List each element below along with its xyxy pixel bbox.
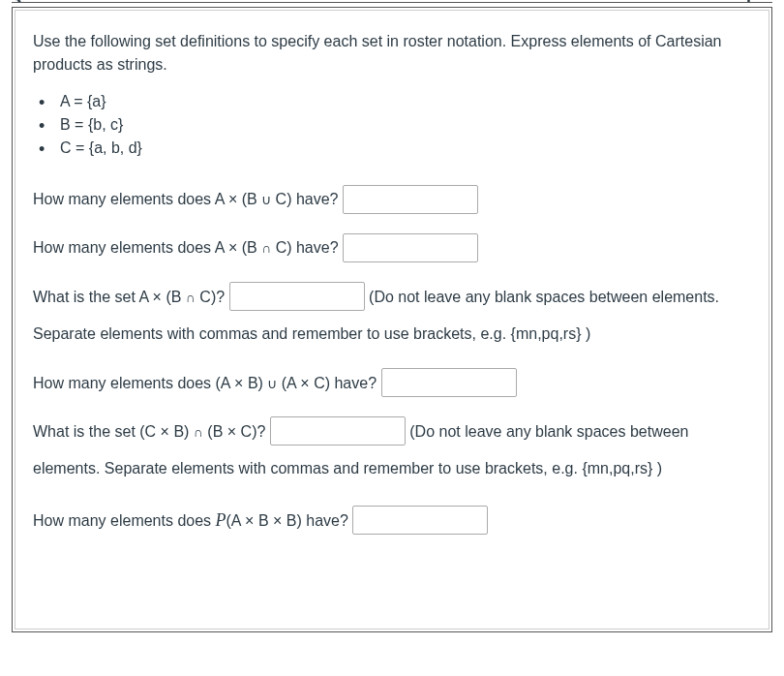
- q6-post: (A × B × B) have?: [226, 512, 348, 529]
- q3-input[interactable]: [229, 282, 365, 311]
- q4-post: (A × C) have?: [277, 375, 377, 391]
- union-symbol: ∪: [261, 192, 271, 207]
- question-3: What is the set A × (B ∩ C)? (Do not lea…: [33, 279, 751, 353]
- q3-pre: What is the set A × (B: [33, 289, 186, 305]
- set-c: C = {a, b, d}: [33, 137, 751, 160]
- question-1: How many elements does A × (B ∪ C) have?: [33, 181, 751, 218]
- q1-post: C) have?: [271, 191, 338, 207]
- union-symbol-2: ∪: [267, 376, 277, 391]
- intersect-symbol-2: ∩: [186, 290, 196, 305]
- q4-pre: How many elements does (A × B): [33, 375, 267, 391]
- set-b: B = {b, c}: [33, 113, 751, 137]
- q5-pre: What is the set (C × B): [33, 423, 194, 440]
- q1-input[interactable]: [343, 185, 478, 214]
- power-set-symbol: P: [216, 510, 226, 530]
- q2-pre: How many elements does A × (B: [33, 239, 261, 256]
- set-definitions: A = {a} B = {b, c} C = {a, b, d}: [33, 90, 751, 160]
- question-outer-box: Use the following set definitions to spe…: [12, 7, 772, 632]
- q3-post: C)?: [196, 289, 225, 305]
- question-6: How many elements does P(A × B × B) have…: [33, 500, 751, 541]
- q6-pre: How many elements does: [33, 512, 216, 529]
- question-4: How many elements does (A × B) ∪ (A × C)…: [33, 365, 751, 402]
- intersect-symbol-3: ∩: [194, 424, 203, 440]
- intersect-symbol: ∩: [261, 240, 271, 256]
- question-5: What is the set (C × B) ∩ (B × C)? (Do n…: [33, 414, 751, 488]
- q4-input[interactable]: [381, 368, 517, 397]
- q5-post: (B × C)?: [203, 423, 265, 440]
- q2-input[interactable]: [343, 233, 478, 262]
- set-a: A = {a}: [33, 90, 751, 113]
- question-2: How many elements does A × (B ∩ C) have?: [33, 230, 751, 266]
- q6-input[interactable]: [352, 506, 488, 535]
- header-divider: [12, 2, 772, 3]
- question-intro: Use the following set definitions to spe…: [33, 30, 751, 77]
- q1-pre: How many elements does A × (B: [33, 191, 261, 207]
- q2-post: C) have?: [271, 239, 338, 256]
- q5-input[interactable]: [270, 416, 406, 446]
- question-content: Use the following set definitions to spe…: [15, 10, 769, 630]
